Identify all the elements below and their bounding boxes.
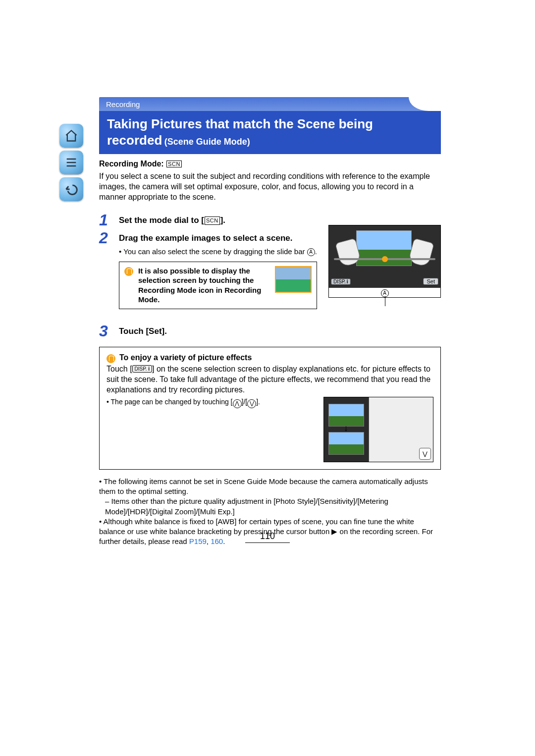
effects-paragraph: Touch [DISP. i] on the scene selection s… xyxy=(107,364,433,395)
page-note-mid: ]/[ xyxy=(242,398,248,406)
page-note-post: ]. xyxy=(256,398,260,406)
back-icon[interactable] xyxy=(59,177,83,201)
scene-select-screenshot: DISP.i Set A xyxy=(328,225,441,298)
recording-mode-line: Recording Mode: SCN xyxy=(99,160,441,168)
effects-para-pre: Touch [ xyxy=(107,365,132,373)
callout-a-inline: A xyxy=(307,248,315,256)
section-tab-label: Recording xyxy=(106,100,140,108)
tip-thumbnail xyxy=(275,266,312,293)
scene-slider-knob xyxy=(382,256,388,262)
page-title: Taking Pictures that match the Scene bei… xyxy=(99,111,441,154)
tip-text: It is also possible to display the selec… xyxy=(138,266,270,305)
tip-icon xyxy=(124,267,133,276)
step-1-number: 1 xyxy=(99,212,119,228)
step-1-title: Set the mode dial to [SCN]. xyxy=(119,216,225,225)
step-1-title-post: ]. xyxy=(220,216,225,225)
page-note-pre: • The page can be changed by touching [ xyxy=(107,398,233,406)
mini-scene-2 xyxy=(328,432,364,455)
page-up-icon: ⋀ xyxy=(233,399,242,408)
page-title-line2a: recorded xyxy=(107,133,162,148)
effects-box: To enjoy a variety of picture effects To… xyxy=(99,347,441,470)
step-2-sub: • You can also select the scene by dragg… xyxy=(119,247,327,257)
effects-para-mid: ] on the scene selection screen to displ… xyxy=(107,365,430,394)
down-arrow-icon: ↓ xyxy=(344,423,348,433)
scn-badge: SCN xyxy=(166,161,182,167)
toc-icon[interactable] xyxy=(59,151,83,174)
disp-button-label: DISP. xyxy=(333,279,346,284)
note-1: • The following items cannot be set in S… xyxy=(99,477,441,497)
explanation-screenshot: ↓ ⋁ xyxy=(323,397,433,462)
effects-lead: To enjoy a variety of picture effects xyxy=(119,353,252,362)
page-number: 110 xyxy=(0,531,535,543)
intro-paragraph: If you select a scene to suit the subjec… xyxy=(99,171,441,202)
page-down-icon: ⋁ xyxy=(247,399,256,408)
step-1-title-pre: Set the mode dial to [ xyxy=(119,216,204,225)
disp-button: DISP.i xyxy=(331,278,351,285)
tip-box: It is also possible to display the selec… xyxy=(119,262,317,309)
step-3-title: Touch [Set]. xyxy=(119,326,441,337)
step-3: 3 Touch [Set]. xyxy=(99,323,441,339)
set-button: Set xyxy=(423,278,438,285)
effects-tip-icon xyxy=(107,354,115,363)
step-2-sub-pre: • You can also select the scene by dragg… xyxy=(119,247,307,256)
recording-mode-label: Recording Mode: xyxy=(99,160,166,168)
step-1-scn-badge: SCN xyxy=(205,216,220,224)
disp-inline-badge: DISP. i xyxy=(132,365,152,373)
note-1a: – Items other than the picture quality a… xyxy=(99,496,441,517)
step-2-sub-post: . xyxy=(315,247,317,256)
step-2-title: Drag the example images to select a scen… xyxy=(119,233,327,244)
page-title-line2b: (Scene Guide Mode) xyxy=(164,137,250,147)
page-down-button: ⋁ xyxy=(419,448,431,460)
step-2-number: 2 xyxy=(99,230,119,246)
section-tab: Recording xyxy=(99,97,448,111)
step-3-number: 3 xyxy=(99,323,119,339)
drag-hand-right-icon xyxy=(408,238,434,267)
home-icon[interactable] xyxy=(59,124,83,148)
page-title-line1: Taking Pictures that match the Scene bei… xyxy=(107,116,433,132)
